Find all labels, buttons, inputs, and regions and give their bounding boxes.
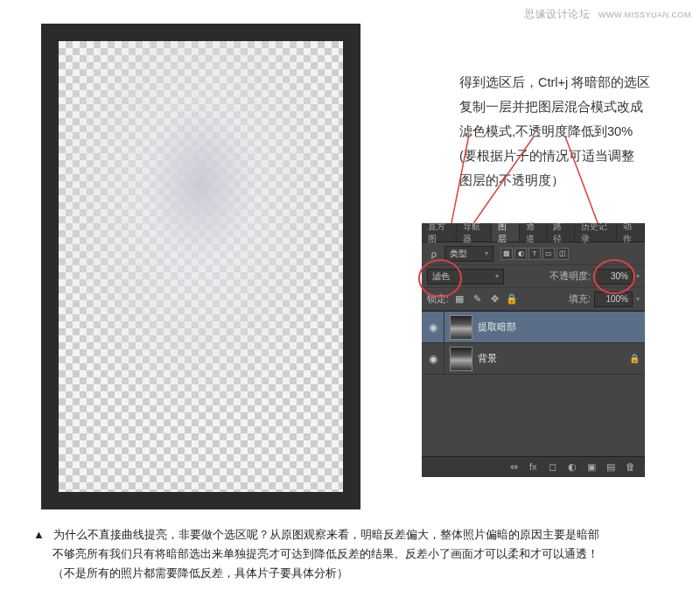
layer-thumbnail[interactable] <box>450 315 472 340</box>
instruction-line: 图层的不透明度） <box>459 168 682 193</box>
filter-pixel-icon[interactable]: ▩ <box>500 248 513 260</box>
layers-panel: 直方图 导航器 图层 通道 路径 历史记录 动作 ρ 类型 ▾ ▩ ◐ T ▭ … <box>422 223 645 477</box>
filter-label: 类型 <box>450 248 467 260</box>
tab-layers[interactable]: 图层 <box>492 223 520 242</box>
instruction-line: (要根据片子的情况可适当调整 <box>459 144 682 168</box>
layer-row[interactable]: ◉ 提取暗部 <box>422 312 645 343</box>
transparency-checker <box>59 41 343 492</box>
lock-all-icon[interactable]: 🔒 <box>505 292 519 306</box>
tab-actions[interactable]: 动作 <box>617 223 645 242</box>
fx-icon[interactable]: fx <box>529 461 542 474</box>
instruction-text: 得到选区后，Ctrl+j 将暗部的选区 复制一层并把图层混合模式改成 滤色模式,… <box>459 70 682 193</box>
image-content <box>59 41 343 492</box>
footnote-line: 不够亮所有我们只有将暗部选出来单独提亮才可达到降低反差的结果。反差小了画面才可以… <box>52 544 598 564</box>
lock-position-icon[interactable]: ✥ <box>487 292 501 306</box>
filter-type-icon[interactable]: T <box>528 248 541 260</box>
fill-label: 填充: <box>569 292 591 306</box>
lock-transparency-icon[interactable]: ▦ <box>452 292 466 306</box>
folder-icon[interactable]: ▣ <box>587 461 599 474</box>
panel-footer: ⇔ fx ◻ ◐ ▣ ▤ 🗑 <box>422 456 645 477</box>
mask-icon[interactable]: ◻ <box>549 461 561 474</box>
tab-history[interactable]: 历史记录 <box>575 223 617 242</box>
layer-row[interactable]: ◉ 背景 🔒 <box>422 343 645 375</box>
instruction-line: 得到选区后，Ctrl+j 将暗部的选区 <box>459 70 682 95</box>
lock-brush-icon[interactable]: ✎ <box>470 292 484 306</box>
filter-smart-icon[interactable]: ◫ <box>556 248 569 260</box>
fill-input[interactable]: 100% <box>594 291 633 307</box>
filter-icons: ▩ ◐ T ▭ ◫ <box>500 248 569 260</box>
adjustment-icon[interactable]: ◐ <box>568 461 580 474</box>
layer-name[interactable]: 背景 <box>478 352 497 365</box>
panel-tabs: 直方图 导航器 图层 通道 路径 历史记录 动作 <box>422 223 645 242</box>
tab-channels[interactable]: 通道 <box>520 223 548 242</box>
opacity-value: 30% <box>611 271 628 281</box>
link-icon[interactable]: ⇔ <box>510 461 522 474</box>
footnote-line: 为什么不直接曲线提亮，非要做个选区呢？从原图观察来看，明暗反差偏大，整体照片偏暗… <box>53 528 599 541</box>
opacity-input[interactable]: 30% <box>594 269 633 284</box>
tab-histogram[interactable]: 直方图 <box>422 223 457 242</box>
layer-thumbnail[interactable] <box>450 347 472 371</box>
new-layer-icon[interactable]: ▤ <box>606 461 619 474</box>
visibility-eye-icon[interactable]: ◉ <box>422 312 444 342</box>
blend-mode-value: 滤色 <box>432 270 450 283</box>
triangle-marker-icon: ▲ <box>33 525 45 544</box>
filter-type-dropdown[interactable]: 类型 ▾ <box>444 246 494 262</box>
chevron-down-icon[interactable]: ▾ <box>636 272 640 280</box>
chevron-down-icon: ▾ <box>495 272 499 280</box>
watermark-site: 思缘设计论坛 <box>524 8 590 20</box>
footnote-line: （不是所有的照片都需要降低反差，具体片子要具体分析） <box>52 564 348 583</box>
fill-value: 100% <box>606 294 628 304</box>
blend-mode-dropdown[interactable]: 滤色 ▾ <box>427 269 504 284</box>
footnote: ▲ 为什么不直接曲线提亮，非要做个选区呢？从原图观察来看，明暗反差偏大，整体照片… <box>33 525 663 583</box>
visibility-eye-icon[interactable]: ◉ <box>422 343 444 374</box>
instruction-line: 滤色模式,不透明度降低到30% <box>459 119 682 144</box>
lock-label: 锁定: <box>427 292 449 306</box>
filter-row: ρ 类型 ▾ ▩ ◐ T ▭ ◫ <box>422 242 645 265</box>
lock-row: 锁定: ▦ ✎ ✥ 🔒 填充: 100% ▾ <box>422 288 645 311</box>
lock-icon: 🔒 <box>629 354 640 363</box>
filter-shape-icon[interactable]: ▭ <box>542 248 555 260</box>
tab-navigator[interactable]: 导航器 <box>457 223 492 242</box>
document-canvas[interactable] <box>41 24 360 509</box>
layer-name[interactable]: 提取暗部 <box>478 320 516 334</box>
trash-icon[interactable]: 🗑 <box>626 461 638 474</box>
layer-list: ◉ 提取暗部 ◉ 背景 🔒 <box>422 311 645 375</box>
search-icon[interactable]: ρ <box>427 247 441 261</box>
instruction-line: 复制一层并把图层混合模式改成 <box>459 95 682 119</box>
tab-paths[interactable]: 路径 <box>547 223 575 242</box>
watermark: 思缘设计论坛 WWW.MISSYUAN.COM <box>524 7 691 22</box>
watermark-url: WWW.MISSYUAN.COM <box>598 11 691 19</box>
blend-row: 滤色 ▾ 不透明度: 30% ▾ <box>422 265 645 288</box>
filter-adjust-icon[interactable]: ◐ <box>514 248 527 260</box>
opacity-label: 不透明度: <box>550 270 591 283</box>
chevron-down-icon[interactable]: ▾ <box>636 295 640 303</box>
chevron-down-icon: ▾ <box>485 249 488 257</box>
